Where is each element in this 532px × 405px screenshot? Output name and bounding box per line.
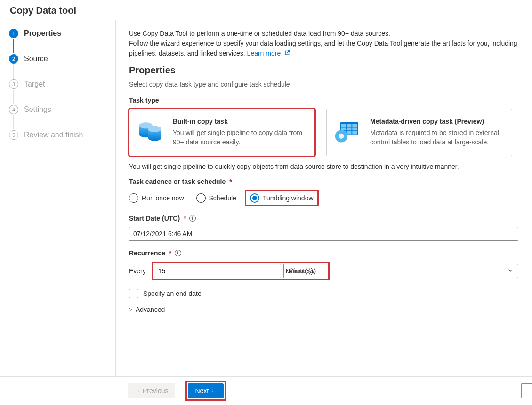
cadence-label-text: Task cadence or task schedule <box>129 178 226 185</box>
step-label: Source <box>24 55 48 63</box>
card-title: Metadata-driven copy task (Preview) <box>370 118 503 125</box>
recurrence-value-input[interactable] <box>154 264 281 278</box>
database-icon <box>136 118 164 146</box>
end-date-label: Specify an end date <box>143 290 202 297</box>
radio-label: Run once now <box>142 194 184 202</box>
info-icon[interactable]: i <box>189 215 196 222</box>
recurrence-controls: Every Minute(s) Minute(s) <box>129 262 518 280</box>
step-source[interactable]: 2 Source <box>9 54 111 79</box>
start-date-label: Start Date (UTC) * i <box>129 214 518 222</box>
info-icon[interactable]: i <box>175 250 181 256</box>
step-label: Properties <box>24 29 61 38</box>
learn-more-link[interactable]: Learn more <box>247 49 290 57</box>
required-asterisk: * <box>184 214 186 222</box>
every-label: Every <box>129 267 146 275</box>
step-connector <box>13 90 14 104</box>
step-number-icon: 5 <box>9 130 18 140</box>
required-asterisk: * <box>229 178 232 185</box>
chevron-left-icon: 〈 <box>135 387 140 394</box>
next-button[interactable]: Next 〉 <box>188 383 224 398</box>
step-properties[interactable]: 1 Properties <box>9 29 111 54</box>
step-number-icon: 1 <box>9 29 18 38</box>
card-desc: Metadata is required to be stored in ext… <box>370 128 503 147</box>
previous-label: Previous <box>143 387 168 395</box>
radio-icon <box>196 193 206 203</box>
select-value: Minute(s) <box>289 267 316 275</box>
window-header: Copy Data tool <box>0 0 532 20</box>
end-date-row: Specify an end date <box>129 289 518 298</box>
external-link-icon <box>284 51 290 56</box>
triangle-right-icon: ▷ <box>129 307 133 312</box>
cadence-radio-group: Run once now Schedule Tumbling window <box>129 190 518 206</box>
card-text: Built-in copy task You will get single p… <box>173 118 306 147</box>
recurrence-label: Recurrence * i <box>129 249 518 257</box>
wizard-sidebar: 1 Properties 2 Source 3 Target 4 Setting… <box>0 20 116 376</box>
start-date-label-text: Start Date (UTC) <box>129 214 180 222</box>
intro-line1: Use Copy Data Tool to perform a one-time… <box>129 30 390 37</box>
window-title: Copy Data tool <box>10 5 522 16</box>
step-list: 1 Properties 2 Source 3 Target 4 Setting… <box>9 29 111 140</box>
properties-subtitle: Select copy data task type and configure… <box>129 80 518 88</box>
start-date-row: Start Date (UTC) * i <box>129 214 518 241</box>
radio-label: Tumbling window <box>263 194 314 202</box>
copy-data-tool-window: Copy Data tool 1 Properties 2 Source 3 T… <box>0 0 532 405</box>
highlight-tumbling: Tumbling window <box>245 190 319 206</box>
wizard-footer: 〈 Previous Next 〉 <box>0 376 532 405</box>
chevron-right-icon: 〉 <box>211 387 217 394</box>
intro-line2: Follow the wizard experience to specify … <box>129 40 517 57</box>
chevron-down-icon <box>508 267 513 275</box>
step-connector <box>13 39 14 53</box>
recurrence-unit-select[interactable]: Minute(s) <box>283 264 518 278</box>
step-number-icon: 2 <box>9 54 18 64</box>
properties-title: Properties <box>129 65 518 76</box>
radio-icon <box>129 193 138 203</box>
step-target[interactable]: 3 Target <box>9 79 111 105</box>
radio-run-once[interactable]: Run once now <box>129 193 184 203</box>
main-content: Use Copy Data Tool to perform a one-time… <box>116 20 532 376</box>
radio-tumbling-window[interactable]: Tumbling window <box>250 193 314 203</box>
end-date-checkbox[interactable] <box>129 289 138 298</box>
table-gear-icon <box>333 118 362 146</box>
required-asterisk: * <box>169 249 171 257</box>
corner-button[interactable] <box>521 383 532 398</box>
intro-text: Use Copy Data Tool to perform a one-time… <box>129 29 518 58</box>
advanced-label: Advanced <box>136 306 165 313</box>
card-builtin-copy[interactable]: Built-in copy task You will get single p… <box>129 109 315 156</box>
step-label: Settings <box>24 105 51 114</box>
radio-icon <box>250 193 259 203</box>
step-settings[interactable]: 4 Settings <box>9 105 111 130</box>
window-body: 1 Properties 2 Source 3 Target 4 Setting… <box>0 20 532 376</box>
step-connector <box>13 115 14 129</box>
learn-more-label: Learn more <box>247 49 281 57</box>
step-review[interactable]: 5 Review and finish <box>9 130 111 140</box>
advanced-toggle[interactable]: ▷ Advanced <box>129 306 518 313</box>
radio-schedule[interactable]: Schedule <box>196 193 236 203</box>
recurrence-label-text: Recurrence <box>129 249 165 257</box>
task-type-label: Task type <box>129 96 518 104</box>
start-date-input[interactable] <box>129 227 518 241</box>
card-text: Metadata-driven copy task (Preview) Meta… <box>370 118 503 147</box>
recurrence-row: Recurrence * i Every Minute(s) Minute(s) <box>129 249 518 280</box>
next-label: Next <box>195 387 209 395</box>
step-label: Target <box>24 80 45 88</box>
svg-point-3 <box>148 126 161 132</box>
card-desc: You will get single pipeline to copy dat… <box>173 128 306 147</box>
task-type-cards: Built-in copy task You will get single p… <box>129 109 518 156</box>
step-number-icon: 4 <box>9 105 18 114</box>
step-connector <box>13 64 14 79</box>
svg-point-11 <box>339 134 344 139</box>
radio-label: Schedule <box>209 194 236 202</box>
previous-button[interactable]: 〈 Previous <box>128 383 175 398</box>
cadence-label: Task cadence or task schedule * <box>129 178 518 185</box>
step-number-icon: 3 <box>9 79 18 89</box>
task-type-note: You will get single pipeline to quickly … <box>129 163 518 170</box>
highlight-next: Next 〉 <box>185 381 226 401</box>
card-metadata-driven[interactable]: Metadata-driven copy task (Preview) Meta… <box>326 109 512 156</box>
card-title: Built-in copy task <box>173 118 306 125</box>
step-label: Review and finish <box>24 131 83 139</box>
